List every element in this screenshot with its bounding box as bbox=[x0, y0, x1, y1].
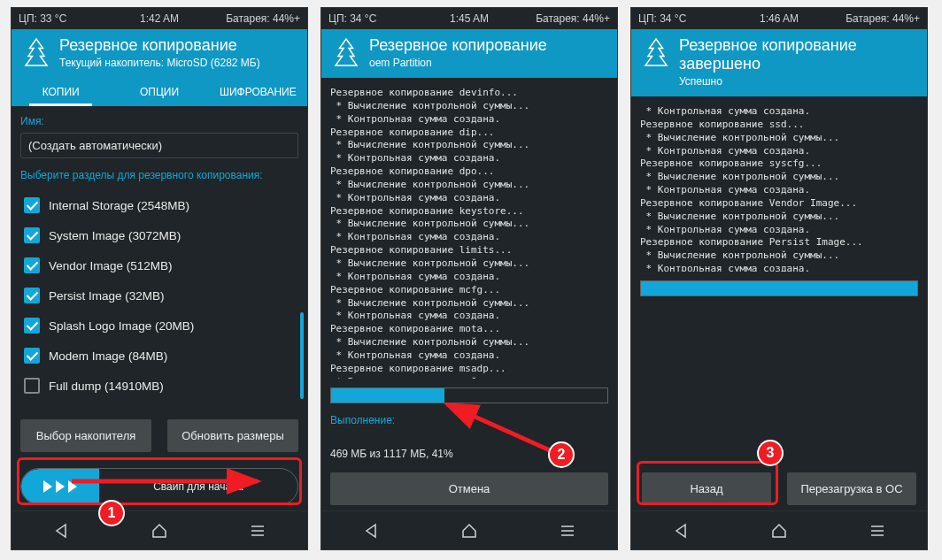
swipe-label: Свайп для начала bbox=[99, 480, 297, 493]
status-bar: ЦП: 33 °C 1:42 AM Батарея: 44%+ bbox=[12, 8, 307, 29]
nav-menu-icon[interactable] bbox=[558, 521, 577, 541]
screenshot-1-backup-select: ЦП: 33 °C 1:42 AM Батарея: 44%+ Резервно… bbox=[11, 7, 308, 550]
status-time: 1:46 AM bbox=[732, 12, 826, 25]
select-storage-button[interactable]: Выбор накопителя bbox=[20, 419, 151, 452]
page-title: Резервное копирование bbox=[369, 36, 608, 55]
screenshot-2-backup-progress: ЦП: 34 °C 1:45 AM Батарея: 44%+ Резервно… bbox=[320, 7, 618, 550]
partition-row[interactable]: Full dump (14910MB) bbox=[20, 371, 298, 401]
checkbox[interactable] bbox=[24, 348, 40, 364]
checkbox[interactable] bbox=[24, 288, 40, 303]
checkbox[interactable] bbox=[24, 318, 40, 334]
nav-menu-icon[interactable] bbox=[248, 521, 267, 541]
partition-row[interactable]: Internal Storage (2548MB) bbox=[20, 190, 298, 220]
app-header: Резервное копирование Текущий накопитель… bbox=[12, 29, 307, 78]
partition-list: Internal Storage (2548MB)System Image (3… bbox=[20, 190, 298, 401]
status-cpu: ЦП: 34 °C bbox=[328, 12, 422, 25]
status-bar: ЦП: 34 °C 1:46 AM Батарея: 44%+ bbox=[631, 8, 927, 29]
back-button[interactable]: Назад bbox=[642, 472, 771, 505]
partition-row[interactable]: Splash Logo Image (20MB) bbox=[20, 311, 298, 341]
tabs: КОПИИ ОПЦИИ ШИФРОВАНИЕ bbox=[12, 78, 307, 106]
nav-home-icon[interactable] bbox=[769, 521, 789, 541]
nav-back-icon[interactable] bbox=[671, 521, 691, 541]
progress-bar bbox=[640, 280, 918, 296]
name-label: Имя: bbox=[20, 115, 298, 127]
callout-badge-1: 1 bbox=[98, 500, 125, 526]
twrp-logo-icon bbox=[330, 36, 362, 68]
nav-menu-icon[interactable] bbox=[868, 521, 887, 541]
status-battery: Батарея: 44%+ bbox=[206, 12, 300, 25]
page-title: Резервное копирование завершено bbox=[679, 36, 918, 73]
app-header: Резервное копирование завершено Успешно bbox=[631, 29, 927, 96]
tab-copies[interactable]: КОПИИ bbox=[12, 78, 110, 106]
running-label: Выполнение: bbox=[330, 414, 608, 426]
nav-bar bbox=[321, 510, 617, 549]
partition-row[interactable]: System Image (3072MB) bbox=[20, 220, 298, 250]
select-partitions-label: Выберите разделы для резервного копирова… bbox=[20, 169, 298, 181]
checkbox[interactable] bbox=[24, 227, 40, 243]
tab-options[interactable]: ОПЦИИ bbox=[110, 78, 208, 106]
status-cpu: ЦП: 34 °C bbox=[638, 12, 732, 25]
page-subtitle: Текущий накопитель: MicroSD (6282 МБ) bbox=[59, 57, 298, 69]
swipe-to-start[interactable]: Свайп для начала bbox=[20, 468, 298, 505]
partition-row[interactable]: Vendor Image (512MB) bbox=[20, 250, 298, 280]
status-time: 1:45 AM bbox=[422, 12, 516, 25]
partition-label: Full dump (14910MB) bbox=[49, 380, 164, 393]
partition-label: Vendor Image (512MB) bbox=[49, 259, 173, 272]
checkbox[interactable] bbox=[24, 378, 40, 394]
partition-row[interactable]: Persist Image (32MB) bbox=[20, 280, 298, 311]
page-title: Резервное копирование bbox=[59, 36, 298, 55]
status-bar: ЦП: 34 °C 1:45 AM Батарея: 44%+ bbox=[321, 8, 617, 29]
checkbox[interactable] bbox=[24, 257, 40, 273]
twrp-logo-icon bbox=[20, 36, 52, 68]
console-output: * Контрольная сумма создана. Резервное к… bbox=[640, 105, 918, 272]
tab-encrypt[interactable]: ШИФРОВАНИЕ bbox=[209, 78, 307, 106]
checkbox[interactable] bbox=[24, 197, 40, 213]
refresh-sizes-button[interactable]: Обновить размеры bbox=[167, 419, 298, 452]
console-output: Резервное копирование devinfo... * Вычис… bbox=[330, 87, 608, 379]
nav-bar bbox=[12, 510, 307, 549]
page-subtitle: Успешно bbox=[679, 75, 918, 88]
chevron-right-icon bbox=[43, 480, 52, 493]
backup-name-field[interactable]: (Создать автоматически) bbox=[20, 133, 298, 158]
partition-label: Splash Logo Image (20MB) bbox=[49, 319, 194, 333]
cancel-button[interactable]: Отмена bbox=[330, 472, 608, 505]
swipe-handle[interactable] bbox=[21, 469, 99, 504]
status-battery: Батарея: 44%+ bbox=[516, 12, 610, 25]
partition-label: System Image (3072MB) bbox=[49, 229, 181, 242]
callout-badge-3: 3 bbox=[757, 440, 784, 466]
callout-badge-2: 2 bbox=[548, 441, 575, 468]
reboot-to-os-button[interactable]: Перезагрузка в ОС bbox=[787, 472, 916, 505]
partition-label: Modem Image (84MB) bbox=[49, 349, 167, 363]
progress-bar bbox=[330, 387, 608, 403]
screenshot-3-backup-done: ЦП: 34 °C 1:46 AM Батарея: 44%+ Резервно… bbox=[630, 7, 928, 550]
nav-home-icon[interactable] bbox=[459, 521, 479, 541]
partition-row[interactable]: Modem Image (84MB) bbox=[20, 341, 298, 371]
nav-home-icon[interactable] bbox=[150, 521, 169, 541]
status-cpu: ЦП: 33 °C bbox=[19, 12, 112, 25]
status-battery: Батарея: 44%+ bbox=[826, 12, 920, 25]
chevron-right-icon bbox=[68, 480, 77, 493]
nav-bar bbox=[631, 510, 927, 549]
nav-back-icon[interactable] bbox=[361, 521, 381, 541]
page-subtitle: oem Partition bbox=[369, 57, 608, 69]
partition-label: Internal Storage (2548MB) bbox=[49, 199, 189, 212]
nav-back-icon[interactable] bbox=[51, 521, 71, 541]
app-header: Резервное копирование oem Partition bbox=[321, 29, 617, 78]
chevron-right-icon bbox=[56, 480, 65, 493]
partition-label: Persist Image (32MB) bbox=[49, 289, 165, 303]
status-time: 1:42 AM bbox=[112, 12, 206, 25]
scrollbar[interactable] bbox=[300, 192, 304, 399]
twrp-logo-icon bbox=[640, 36, 672, 68]
